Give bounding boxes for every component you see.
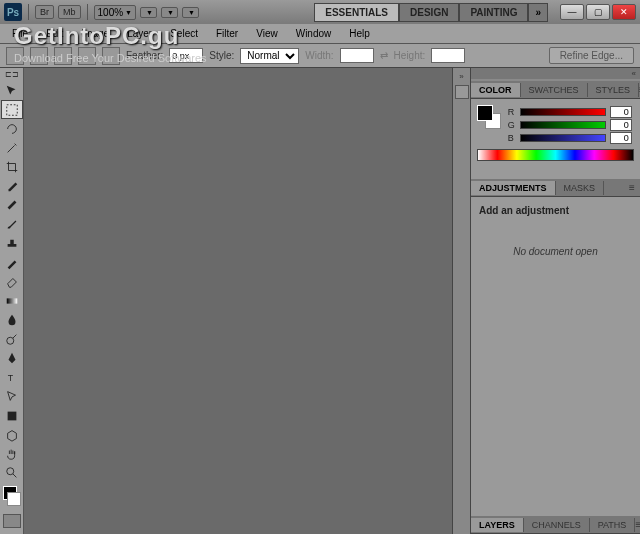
toolbox-collapse-icon[interactable]: ⊏⊐: [0, 70, 23, 79]
shape-tool-icon[interactable]: [1, 406, 23, 425]
3d-tool-icon[interactable]: [1, 425, 23, 444]
tab-channels[interactable]: CHANNELS: [524, 518, 590, 532]
hand-tool-icon[interactable]: [1, 444, 23, 463]
menu-filter[interactable]: Filter: [208, 26, 246, 41]
path-tool-icon[interactable]: [1, 387, 23, 406]
tab-paths[interactable]: PATHS: [590, 518, 636, 532]
screen-mode-dropdown[interactable]: ▼: [182, 7, 199, 18]
r-label: R: [508, 107, 516, 117]
b-slider[interactable]: [520, 134, 606, 142]
selection-add-icon[interactable]: [54, 47, 72, 65]
svg-rect-5: [6, 104, 17, 115]
tool-preset-icon[interactable]: [6, 47, 24, 65]
eraser-tool-icon[interactable]: [1, 272, 23, 291]
color-swatch-tool[interactable]: [3, 486, 21, 506]
menu-select[interactable]: Select: [162, 26, 206, 41]
height-label: Height:: [394, 50, 426, 61]
panel-collapse-icon[interactable]: «: [471, 68, 640, 79]
r-input[interactable]: [610, 106, 632, 118]
lasso-tool-icon[interactable]: [1, 119, 23, 138]
gradient-tool-icon[interactable]: [1, 291, 23, 310]
menu-layer[interactable]: Layer: [119, 26, 160, 41]
style-select[interactable]: Normal: [240, 48, 299, 64]
svg-rect-9: [7, 411, 16, 420]
workspace-more-button[interactable]: »: [528, 3, 548, 22]
app-logo-icon: Ps: [4, 3, 22, 21]
move-tool-icon[interactable]: [1, 81, 23, 100]
svg-point-7: [6, 337, 13, 344]
panel-dock: « COLOR SWATCHES STYLES ≡ R G B ADJUSTME…: [470, 68, 640, 534]
workspace-tab-essentials[interactable]: ESSENTIALS: [314, 3, 399, 22]
no-document-text: No document open: [479, 246, 632, 257]
menu-window[interactable]: Window: [288, 26, 340, 41]
close-button[interactable]: ✕: [612, 4, 636, 20]
brush-tool-icon[interactable]: [1, 215, 23, 234]
r-slider[interactable]: [520, 108, 606, 116]
tab-adjustments[interactable]: ADJUSTMENTS: [471, 181, 556, 195]
type-tool-icon[interactable]: T: [1, 368, 23, 387]
refine-edge-button[interactable]: Refine Edge...: [549, 47, 634, 64]
color-fgbg-swatch[interactable]: [477, 105, 501, 129]
wand-tool-icon[interactable]: [1, 138, 23, 157]
minimize-button[interactable]: —: [560, 4, 584, 20]
workspace-tab-painting[interactable]: PAINTING: [459, 3, 528, 22]
menu-image[interactable]: Image: [73, 26, 117, 41]
pen-tool-icon[interactable]: [1, 349, 23, 368]
swap-icon: ⇄: [380, 50, 388, 61]
selection-new-icon[interactable]: [30, 47, 48, 65]
toolbox: ⊏⊐ T: [0, 68, 24, 534]
dodge-tool-icon[interactable]: [1, 330, 23, 349]
height-input: [431, 48, 465, 63]
feather-label: Feather:: [126, 50, 163, 61]
menu-edit[interactable]: Edit: [38, 26, 71, 41]
g-input[interactable]: [610, 119, 632, 131]
menu-file[interactable]: File: [4, 26, 36, 41]
g-slider[interactable]: [520, 121, 606, 129]
fg-color-swatch[interactable]: [477, 105, 493, 121]
color-panel: R G B: [471, 99, 640, 179]
svg-text:T: T: [7, 374, 13, 384]
zoom-tool-icon[interactable]: [1, 463, 23, 482]
tab-masks[interactable]: MASKS: [556, 181, 605, 195]
crop-tool-icon[interactable]: [1, 158, 23, 177]
heal-tool-icon[interactable]: [1, 196, 23, 215]
stamp-tool-icon[interactable]: [1, 234, 23, 253]
layers-panel-menu-icon[interactable]: ≡: [635, 519, 640, 530]
arrange-dropdown[interactable]: ▼: [161, 7, 178, 18]
color-panel-header: COLOR SWATCHES STYLES ≡: [471, 81, 640, 99]
menu-bar: File Edit Image Layer Select Filter View…: [0, 24, 640, 44]
selection-subtract-icon[interactable]: [78, 47, 96, 65]
marquee-tool-icon[interactable]: [1, 100, 23, 119]
menu-help[interactable]: Help: [341, 26, 378, 41]
adjustments-title: Add an adjustment: [479, 205, 632, 216]
zoom-dropdown[interactable]: 100%▼: [94, 5, 137, 20]
workspace-tab-design[interactable]: DESIGN: [399, 3, 459, 22]
menu-view[interactable]: View: [248, 26, 286, 41]
history-panel-icon[interactable]: [455, 85, 469, 99]
eyedropper-tool-icon[interactable]: [1, 177, 23, 196]
feather-input[interactable]: [169, 48, 203, 63]
bridge-button[interactable]: Br: [35, 5, 54, 19]
tab-styles[interactable]: STYLES: [588, 83, 640, 97]
strip-expand-icon[interactable]: »: [459, 72, 463, 81]
tab-swatches[interactable]: SWATCHES: [521, 83, 588, 97]
work-area: ⊏⊐ T » « COLOR SWAT: [0, 68, 640, 534]
quickmask-icon[interactable]: [3, 514, 21, 527]
history-brush-tool-icon[interactable]: [1, 253, 23, 272]
background-swatch[interactable]: [7, 492, 21, 506]
svg-rect-6: [6, 298, 17, 303]
maximize-button[interactable]: ▢: [586, 4, 610, 20]
spectrum-bar[interactable]: [477, 149, 634, 161]
tab-color[interactable]: COLOR: [471, 83, 521, 97]
adjustments-panel-menu-icon[interactable]: ≡: [624, 182, 640, 193]
tab-layers[interactable]: LAYERS: [471, 518, 524, 532]
g-label: G: [508, 120, 516, 130]
minibridge-button[interactable]: Mb: [58, 5, 81, 19]
width-input: [340, 48, 374, 63]
zoom-value: 100%: [98, 7, 124, 18]
selection-intersect-icon[interactable]: [102, 47, 120, 65]
hand-tool-dropdown[interactable]: ▼: [140, 7, 157, 18]
b-input[interactable]: [610, 132, 632, 144]
blur-tool-icon[interactable]: [1, 310, 23, 329]
style-label: Style:: [209, 50, 234, 61]
